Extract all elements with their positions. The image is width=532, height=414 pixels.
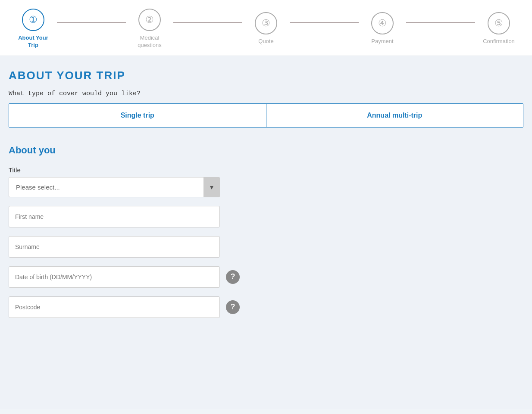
title-select[interactable]: Please select... Mr Mrs Miss Ms Dr <box>9 177 220 197</box>
title-label: Title <box>9 166 523 174</box>
postcode-input-wrapper: ? <box>9 296 523 318</box>
step-line-4-5 <box>406 22 475 23</box>
step-5-circle: ⑤ <box>488 12 510 34</box>
step-5[interactable]: ⑤ Confirmation <box>477 12 520 45</box>
step-1-label: About YourTrip <box>18 34 48 49</box>
single-trip-tab[interactable]: Single trip <box>9 104 266 127</box>
dob-input[interactable] <box>9 266 220 288</box>
first-name-input[interactable] <box>9 206 220 227</box>
step-3-circle: ③ <box>255 12 277 34</box>
about-you-title: About you <box>9 145 523 156</box>
step-line-2-3 <box>173 22 242 23</box>
cover-question: What type of cover would you like? <box>9 90 523 97</box>
step-4-label: Payment <box>371 38 393 45</box>
step-1-circle: ① <box>22 9 44 31</box>
dob-help-icon[interactable]: ? <box>226 270 240 284</box>
cover-type-tabs: Single trip Annual multi-trip <box>9 103 523 128</box>
step-line-3-4 <box>290 22 359 23</box>
step-2[interactable]: ② Medicalquestions <box>128 9 171 49</box>
annual-multi-trip-tab[interactable]: Annual multi-trip <box>266 104 523 127</box>
page-title: ABOUT YOUR TRIP <box>9 69 523 82</box>
step-3[interactable]: ③ Quote <box>244 12 288 45</box>
main-content: ABOUT YOUR TRIP What type of cover would… <box>0 56 532 409</box>
postcode-help-icon[interactable]: ? <box>226 300 240 314</box>
title-select-wrapper: Please select... Mr Mrs Miss Ms Dr <box>9 177 220 197</box>
step-2-label: Medicalquestions <box>138 34 162 49</box>
about-you-section: About you Title Please select... Mr Mrs … <box>9 140 523 318</box>
progress-bar: ① About YourTrip ② Medicalquestions ③ Qu… <box>0 0 532 56</box>
dob-input-wrapper: ? <box>9 266 523 288</box>
step-4[interactable]: ④ Payment <box>361 12 404 45</box>
postcode-field-group: ? <box>9 296 523 318</box>
title-field-group: Title Please select... Mr Mrs Miss Ms Dr <box>9 166 523 197</box>
dob-field-group: ? <box>9 266 523 288</box>
step-3-label: Quote <box>258 38 273 45</box>
step-4-circle: ④ <box>371 12 394 34</box>
postcode-input[interactable] <box>9 296 220 318</box>
steps-wrapper: ① About YourTrip ② Medicalquestions ③ Qu… <box>12 9 520 49</box>
step-1[interactable]: ① About YourTrip <box>12 9 55 49</box>
first-name-field-group <box>9 206 523 227</box>
step-5-label: Confirmation <box>483 38 515 45</box>
surname-field-group <box>9 236 523 258</box>
step-line-1-2 <box>57 22 126 23</box>
step-2-circle: ② <box>138 9 161 31</box>
surname-input[interactable] <box>9 236 220 258</box>
